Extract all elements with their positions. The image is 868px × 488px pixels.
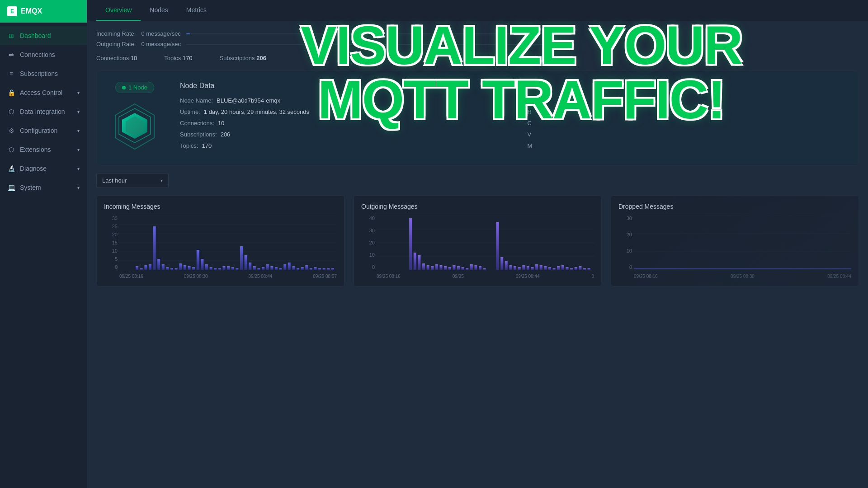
data-integration-icon: ⬡ [7, 108, 15, 116]
svg-rect-81 [509, 265, 512, 270]
svg-rect-89 [544, 266, 547, 270]
sidebar-item-diagnose[interactable]: 🔬 Diagnose ▾ [0, 159, 87, 178]
uptime-row: Uptime: 1 day, 20 hours, 29 minutes, 32 … [180, 108, 500, 115]
chart-dropped-area: 30 20 10 0 [618, 216, 851, 279]
svg-rect-53 [323, 268, 326, 270]
sidebar-item-label: System [20, 184, 41, 191]
sidebar-item-label: Access Control [20, 89, 62, 96]
sidebar-item-subscriptions[interactable]: ≡ Subscriptions [0, 64, 87, 83]
sidebar-item-data-integration[interactable]: ⬡ Data Integration ▾ [0, 102, 87, 121]
svg-rect-14 [153, 226, 156, 270]
svg-rect-22 [188, 266, 191, 270]
svg-rect-31 [227, 266, 230, 270]
node-extra-label-0: No [528, 97, 535, 104]
svg-rect-36 [249, 263, 251, 270]
svg-rect-99 [588, 268, 590, 270]
chevron-icon: ▾ [77, 147, 80, 152]
sidebar-logo: E EMQX [0, 0, 87, 23]
svg-rect-82 [514, 266, 516, 270]
svg-rect-29 [218, 268, 221, 270]
sidebar-item-label: Subscriptions [20, 70, 58, 77]
subscriptions-value: 206 [221, 131, 231, 138]
subscriptions-icon: ≡ [7, 70, 15, 78]
sidebar-item-connections[interactable]: ⇌ Connections [0, 45, 87, 64]
svg-rect-70 [453, 265, 455, 270]
svg-rect-71 [457, 266, 460, 270]
incoming-rate-bar [186, 33, 548, 34]
chart-outgoing-title: Outgoing Messages [361, 203, 594, 210]
logo-icon: E [7, 6, 17, 16]
svg-rect-24 [197, 250, 199, 270]
sidebar-item-configuration[interactable]: ⚙ Configuration ▾ [0, 121, 87, 140]
sidebar-item-system[interactable]: 💻 System ▾ [0, 178, 87, 197]
svg-rect-92 [557, 266, 560, 270]
chart-dropped-xaxis: 09/25 08:16 09/25 08:30 09/25 08:44 [634, 274, 851, 279]
svg-rect-96 [575, 267, 577, 270]
connections-value: 10 [218, 120, 224, 127]
svg-rect-44 [283, 264, 286, 270]
svg-rect-66 [435, 264, 438, 270]
svg-rect-23 [192, 267, 195, 270]
chart-outgoing-area: 40 30 20 10 0 [361, 216, 594, 279]
tab-metrics[interactable]: Metrics [177, 0, 216, 21]
filter-row: Last hour ▾ [96, 173, 859, 188]
node-extra-row-3: V [528, 131, 848, 138]
node-hexagon [108, 100, 162, 155]
sidebar-item-dashboard[interactable]: ⊞ Dashboard [0, 26, 87, 45]
uptime-label: Uptime: [180, 108, 200, 115]
connections-icon: ⇌ [7, 51, 15, 59]
svg-rect-37 [253, 266, 256, 270]
dashboard-icon: ⊞ [7, 32, 15, 40]
node-extra-row-1: R [528, 108, 848, 115]
tab-overview[interactable]: Overview [96, 0, 141, 21]
svg-rect-67 [439, 265, 442, 270]
node-extra-label-3: V [528, 131, 532, 138]
chart-outgoing-yaxis: 40 30 20 10 0 [361, 216, 375, 270]
svg-rect-45 [288, 263, 291, 270]
svg-rect-49 [305, 265, 308, 270]
extensions-icon: ⬡ [7, 145, 15, 154]
svg-rect-95 [570, 268, 573, 270]
svg-rect-35 [245, 255, 247, 270]
sidebar-item-label: Diagnose [20, 165, 47, 172]
svg-rect-61 [414, 253, 416, 270]
svg-rect-17 [166, 267, 169, 270]
tab-nodes[interactable]: Nodes [141, 0, 177, 21]
topics-stat-label: Topics [164, 55, 182, 61]
svg-rect-12 [144, 265, 147, 270]
svg-rect-85 [527, 266, 529, 270]
svg-rect-69 [448, 267, 451, 270]
chart-dropped-title: Dropped Messages [618, 203, 851, 210]
node-extra-row-0: No [528, 97, 848, 104]
chevron-icon: ▾ [77, 109, 80, 114]
configuration-icon: ⚙ [7, 127, 15, 135]
svg-rect-68 [444, 266, 447, 270]
node-name-label: Node Name: [180, 97, 213, 104]
svg-rect-52 [318, 268, 321, 270]
svg-rect-20 [179, 263, 182, 270]
access-control-icon: 🔒 [7, 89, 15, 97]
svg-rect-34 [240, 246, 243, 270]
system-icon: 💻 [7, 183, 15, 192]
node-data-title: Node Data [180, 82, 848, 90]
outgoing-rate-value: 0 message/sec [141, 41, 180, 47]
node-badge-label: 1 Node [128, 84, 147, 91]
svg-rect-93 [561, 265, 564, 270]
node-status-dot [122, 86, 126, 89]
svg-rect-86 [531, 267, 534, 270]
svg-rect-15 [157, 259, 160, 270]
node-extra-label-2: C [528, 120, 532, 127]
svg-rect-25 [201, 259, 203, 270]
sidebar-item-extensions[interactable]: ⬡ Extensions ▾ [0, 140, 87, 159]
topics-stat: Topics 170 [164, 55, 192, 61]
chart-outgoing-plot [377, 216, 594, 270]
node-name-row: Node Name: BLUE@a0d7b954-emqx [180, 97, 500, 104]
sidebar-item-access-control[interactable]: 🔒 Access Control ▾ [0, 83, 87, 102]
svg-rect-43 [279, 268, 282, 270]
connections-stat-label: Connections [96, 55, 131, 61]
outgoing-rate-bar [186, 44, 548, 45]
time-filter-select[interactable]: Last hour ▾ [96, 173, 169, 188]
node-extra-label-4: M [528, 142, 533, 149]
node-extra-row-4: M [528, 142, 848, 149]
subscriptions-stat: Subscriptions 206 [220, 55, 266, 61]
